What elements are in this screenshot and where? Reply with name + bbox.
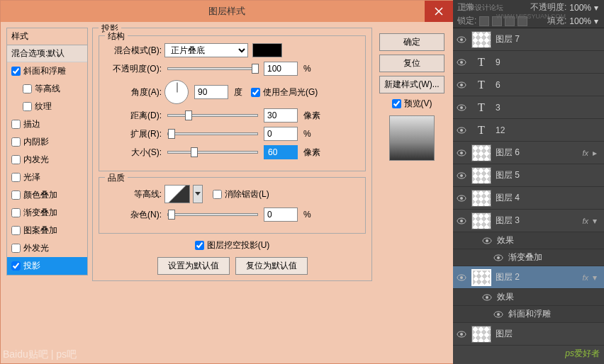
layer-name[interactable]: 效果 (497, 291, 601, 303)
layer-row-13[interactable]: 斜面和浮雕 (453, 306, 604, 323)
ok-button[interactable]: 确定 (379, 33, 444, 51)
visibility-eye-icon[interactable] (456, 170, 467, 181)
layer-name[interactable]: 3 (496, 103, 601, 113)
layer-thumbnail[interactable] (471, 31, 491, 48)
contour-dropdown[interactable] (193, 185, 203, 203)
layer-row-14[interactable]: 图层 (453, 323, 604, 346)
layer-name[interactable]: 渐变叠加 (508, 251, 601, 263)
expand-toggle-icon[interactable]: ▾ (593, 273, 601, 283)
titlebar[interactable]: 图层样式 (1, 1, 453, 22)
opacity-input[interactable] (264, 62, 298, 76)
style-checkbox[interactable] (11, 190, 21, 200)
shadow-color-swatch[interactable] (252, 43, 282, 57)
blending-options-default[interactable]: 混合选项:默认 (7, 45, 87, 62)
layer-row-7[interactable]: 图层 4 (453, 187, 604, 210)
layer-thumbnail[interactable] (471, 212, 491, 229)
angle-dial[interactable] (164, 80, 189, 104)
expand-toggle-icon[interactable]: ▾ (593, 216, 601, 226)
contour-picker[interactable] (164, 185, 190, 203)
expand-toggle-icon[interactable]: ▸ (593, 148, 601, 158)
style-item-1[interactable]: 等高线 (7, 80, 87, 98)
layer-thumbnail[interactable] (471, 144, 491, 161)
layer-row-5[interactable]: 图层 6fx▸ (453, 142, 604, 164)
global-light-checkbox[interactable] (251, 88, 260, 97)
opacity-slider[interactable] (167, 67, 258, 70)
preview-checkbox[interactable] (392, 99, 401, 108)
angle-input[interactable] (194, 85, 228, 99)
layer-name[interactable]: 斜面和浮雕 (508, 308, 601, 320)
style-item-5[interactable]: 内发光 (7, 151, 87, 169)
style-item-0[interactable]: 斜面和浮雕 (7, 62, 87, 80)
cancel-button[interactable]: 复位 (379, 55, 444, 72)
layer-opacity-value[interactable]: 100% (569, 3, 591, 13)
layer-name[interactable]: 图层 7 (496, 33, 601, 45)
noise-slider[interactable] (167, 213, 258, 216)
layer-name[interactable]: 9 (496, 57, 601, 67)
style-checkbox[interactable] (23, 102, 32, 111)
style-item-2[interactable]: 纹理 (7, 98, 87, 115)
layer-thumbnail[interactable] (471, 326, 491, 343)
layer-row-6[interactable]: 图层 5 (453, 164, 604, 187)
layer-row-8[interactable]: 图层 3fx▾ (453, 210, 604, 232)
visibility-eye-icon[interactable] (456, 125, 467, 136)
style-item-6[interactable]: 光泽 (7, 169, 87, 186)
visibility-eye-icon[interactable] (481, 235, 493, 246)
fx-badge[interactable]: fx (582, 217, 588, 225)
fill-value[interactable]: 100% (569, 16, 591, 26)
lock-transparency-icon[interactable] (479, 16, 489, 26)
layer-name[interactable]: 图层 2 (496, 271, 578, 283)
visibility-eye-icon[interactable] (456, 272, 467, 283)
layer-name[interactable]: 图层 4 (496, 192, 601, 204)
layer-name[interactable]: 图层 (496, 328, 601, 340)
style-checkbox[interactable] (11, 244, 21, 253)
layer-name[interactable]: 图层 6 (496, 147, 578, 159)
style-checkbox[interactable] (11, 155, 21, 164)
style-checkbox[interactable] (23, 84, 32, 93)
visibility-eye-icon[interactable] (456, 215, 467, 227)
blend-mode-select[interactable]: 正片叠底 (164, 43, 248, 57)
layer-row-0[interactable]: 图层 7 (453, 28, 604, 51)
knockout-checkbox[interactable] (195, 241, 204, 250)
visibility-eye-icon[interactable] (481, 292, 493, 303)
layer-row-9[interactable]: 效果 (453, 232, 604, 249)
visibility-eye-icon[interactable] (493, 252, 504, 263)
chevron-down-icon[interactable]: ▾ (594, 16, 600, 26)
style-checkbox[interactable] (11, 208, 21, 217)
visibility-eye-icon[interactable] (456, 147, 467, 159)
layer-row-2[interactable]: T6 (453, 74, 604, 96)
visibility-eye-icon[interactable] (456, 193, 467, 204)
distance-slider[interactable] (167, 114, 258, 117)
style-item-8[interactable]: 渐变叠加 (7, 204, 87, 222)
antialias-checkbox[interactable] (213, 190, 222, 199)
style-item-11[interactable]: 投影 (7, 257, 87, 275)
set-default-button[interactable]: 设置为默认值 (157, 257, 230, 275)
layer-name[interactable]: 图层 3 (496, 215, 578, 227)
style-checkbox[interactable] (11, 67, 21, 76)
new-style-button[interactable]: 新建样式(W)... (379, 76, 444, 93)
visibility-eye-icon[interactable] (456, 329, 467, 340)
reset-default-button[interactable]: 复位为默认值 (235, 257, 308, 275)
visibility-eye-icon[interactable] (456, 79, 467, 91)
size-input[interactable]: 60 (264, 145, 298, 159)
chevron-down-icon[interactable]: ▾ (594, 3, 600, 13)
visibility-eye-icon[interactable] (493, 309, 504, 320)
style-item-4[interactable]: 内阴影 (7, 133, 87, 151)
layer-row-11[interactable]: 图层 2fx▾ (453, 266, 604, 289)
fx-badge[interactable]: fx (582, 149, 588, 157)
layer-row-4[interactable]: T12 (453, 119, 604, 142)
style-checkbox[interactable] (11, 226, 21, 235)
layer-name[interactable]: 12 (496, 125, 601, 135)
style-checkbox[interactable] (11, 120, 21, 129)
layer-list[interactable]: 图层 7T9T6T3T12图层 6fx▸图层 5图层 4图层 3fx▾效果渐变叠… (453, 28, 604, 361)
layer-thumbnail[interactable] (471, 190, 491, 207)
layer-row-3[interactable]: T3 (453, 96, 604, 119)
visibility-eye-icon[interactable] (456, 57, 467, 68)
layer-row-12[interactable]: 效果 (453, 289, 604, 306)
layer-name[interactable]: 效果 (497, 234, 601, 246)
size-slider[interactable] (167, 151, 258, 154)
visibility-eye-icon[interactable] (456, 102, 467, 113)
style-item-7[interactable]: 颜色叠加 (7, 186, 87, 204)
style-item-3[interactable]: 描边 (7, 115, 87, 133)
style-item-10[interactable]: 外发光 (7, 239, 87, 257)
layer-thumbnail[interactable] (471, 167, 491, 184)
